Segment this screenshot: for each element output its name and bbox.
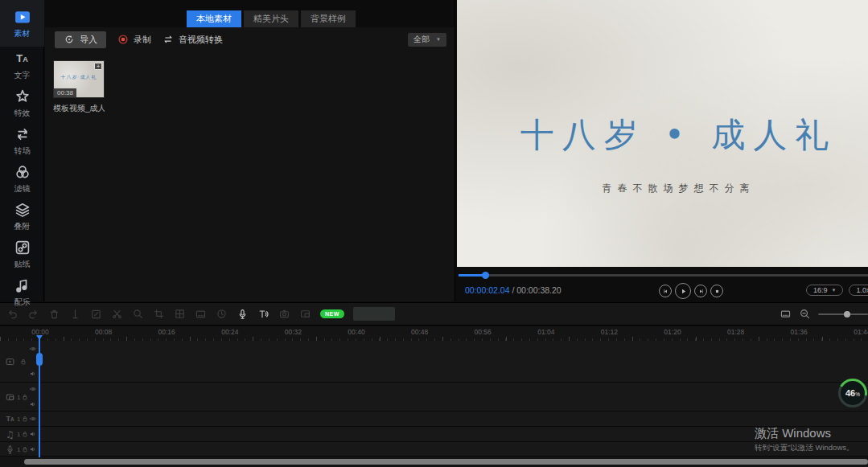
lock-icon[interactable] bbox=[21, 415, 29, 423]
timeline-zoom-slider[interactable] bbox=[818, 313, 868, 315]
overlay-layers-icon bbox=[14, 201, 31, 219]
track-index: 1 bbox=[17, 416, 20, 423]
voiceover-track[interactable]: 1 bbox=[0, 442, 868, 457]
pip-icon[interactable] bbox=[299, 308, 311, 320]
video-track[interactable] bbox=[0, 341, 868, 383]
record-button[interactable]: 录制 bbox=[117, 34, 151, 46]
stop-button[interactable] bbox=[710, 285, 723, 297]
sidebar-item-label: 滤镜 bbox=[14, 183, 31, 195]
visibility-toggle-icon[interactable] bbox=[29, 415, 37, 423]
lock-icon[interactable] bbox=[21, 430, 29, 438]
playhead[interactable] bbox=[39, 337, 40, 457]
filter-dropdown-value: 全部 bbox=[413, 34, 430, 45]
scissors-icon[interactable] bbox=[111, 308, 123, 320]
mute-toggle-icon[interactable] bbox=[29, 430, 37, 438]
progress-handle[interactable] bbox=[482, 272, 489, 279]
timeline-toolbar: NEW bbox=[0, 302, 868, 326]
preview-pane: 十八岁 • 成人礼 青春不散场梦想不分离 00:00:02.04 / 00:00… bbox=[455, 0, 868, 301]
timeline-ruler[interactable]: 00:0000:0800:1600:2400:3200:4000:4800:56… bbox=[0, 326, 868, 341]
text-track[interactable]: TA 1 bbox=[0, 412, 868, 427]
clip-thumbnail[interactable]: 十八岁·成人礼 + 00:38 bbox=[53, 60, 105, 98]
add-to-timeline-icon[interactable]: + bbox=[94, 63, 102, 70]
step-back-icon bbox=[662, 288, 669, 295]
zoom-tool-icon[interactable] bbox=[132, 308, 144, 320]
lock-icon[interactable] bbox=[21, 393, 29, 401]
ruler-time-label: 00:32 bbox=[285, 328, 302, 336]
crop-icon[interactable] bbox=[153, 308, 165, 320]
mosaic-icon[interactable] bbox=[174, 308, 186, 320]
update-progress-badge[interactable]: 46 % bbox=[838, 379, 867, 408]
visibility-toggle-icon[interactable] bbox=[29, 345, 37, 353]
record-button-label: 录制 bbox=[134, 34, 151, 46]
tab-intro-templates[interactable]: 精美片头 bbox=[244, 10, 298, 27]
voiceover-mic-icon[interactable] bbox=[237, 308, 249, 320]
disabled-toolbar-button bbox=[353, 307, 395, 321]
lock-icon[interactable] bbox=[21, 445, 29, 453]
filter-dropdown[interactable]: 全部 ▼ bbox=[408, 33, 446, 47]
media-clip-card[interactable]: 十八岁·成人礼 + 00:38 模板视频_成人礼... bbox=[53, 60, 105, 114]
text-track-header: TA 1 bbox=[0, 412, 38, 426]
sidebar-item-overlay[interactable]: 叠附 bbox=[0, 198, 44, 236]
sidebar-item-media[interactable]: 素材 bbox=[0, 0, 44, 47]
record-icon bbox=[117, 34, 129, 45]
progress-number: 46 bbox=[845, 388, 855, 398]
sticker-icon bbox=[14, 239, 31, 256]
snapshot-icon[interactable] bbox=[278, 308, 290, 320]
sidebar-item-label: 叠附 bbox=[14, 221, 31, 232]
playhead-grip[interactable] bbox=[36, 353, 43, 366]
mute-toggle-icon[interactable] bbox=[29, 400, 37, 408]
ruler-time-label: 00:16 bbox=[158, 328, 175, 336]
media-folder-icon bbox=[14, 8, 31, 26]
clip-name: 模板视频_成人礼... bbox=[53, 103, 105, 114]
music-track[interactable]: ♫ 1 bbox=[0, 427, 868, 442]
sidebar-item-transition[interactable]: 转场 bbox=[0, 122, 44, 160]
sidebar-item-sticker[interactable]: 贴纸 bbox=[0, 236, 44, 273]
sidebar-item-text[interactable]: TA 文字 bbox=[0, 47, 44, 84]
timeline-zoom-controls bbox=[780, 308, 868, 320]
lock-icon[interactable] bbox=[19, 358, 27, 366]
split-icon[interactable] bbox=[69, 308, 81, 320]
sidebar-item-music[interactable]: 配乐 bbox=[0, 273, 44, 311]
pip-track-header: 1 bbox=[0, 383, 38, 411]
fit-timeline-icon[interactable] bbox=[780, 308, 792, 320]
tab-local-media[interactable]: 本地素材 bbox=[187, 10, 241, 27]
clip-thumb-title: 十八岁·成人礼 bbox=[54, 74, 104, 81]
sidebar-item-effects[interactable]: 特效 bbox=[0, 84, 44, 122]
av-convert-button[interactable]: 音视频转换 bbox=[162, 34, 223, 46]
track-index: 1 bbox=[17, 445, 20, 453]
step-forward-button[interactable] bbox=[694, 285, 707, 297]
clip-duration-badge: 00:38 bbox=[54, 88, 76, 97]
tab-background-samples[interactable]: 背景样例 bbox=[301, 10, 356, 27]
mute-toggle-icon[interactable] bbox=[29, 445, 37, 453]
text-track-icon: TA bbox=[5, 414, 15, 424]
convert-button-label: 音视频转换 bbox=[179, 34, 223, 46]
music-track-icon: ♫ bbox=[5, 429, 15, 440]
play-button[interactable] bbox=[675, 283, 691, 299]
text-icon: TA bbox=[14, 50, 31, 68]
text-to-speech-icon[interactable] bbox=[257, 308, 269, 320]
pip-track[interactable]: 1 bbox=[0, 383, 868, 412]
delete-icon[interactable] bbox=[48, 308, 60, 320]
timeline-horizontal-scrollbar[interactable] bbox=[24, 459, 868, 465]
edit-icon[interactable] bbox=[90, 308, 102, 320]
total-time: 00:00:38.20 bbox=[516, 285, 561, 295]
speed-clock-icon[interactable] bbox=[216, 308, 228, 320]
aspect-ratio-dropdown[interactable]: 16:9 ▼ bbox=[806, 285, 843, 296]
video-frame: 十八岁 • 成人礼 青春不散场梦想不分离 bbox=[457, 0, 868, 267]
zoom-out-icon[interactable] bbox=[799, 308, 811, 320]
video-track-header bbox=[0, 341, 38, 382]
chevron-down-icon: ▼ bbox=[436, 37, 441, 42]
subtitle-icon[interactable] bbox=[195, 308, 207, 320]
convert-arrows-icon bbox=[162, 34, 174, 45]
update-progress-value: 46 % bbox=[841, 381, 865, 405]
sidebar-item-filter[interactable]: 滤镜 bbox=[0, 160, 44, 198]
preview-progress-bar[interactable] bbox=[459, 274, 868, 277]
pip-track-icon bbox=[5, 391, 15, 402]
visibility-toggle-icon[interactable] bbox=[29, 385, 37, 393]
step-back-button[interactable] bbox=[659, 285, 672, 297]
import-button[interactable]: 导入 bbox=[55, 31, 106, 48]
playback-speed-dropdown[interactable]: 1.0x ▼ bbox=[849, 285, 868, 296]
zoom-slider-knob[interactable] bbox=[844, 311, 850, 317]
mute-toggle-icon[interactable] bbox=[29, 370, 37, 378]
voiceover-track-header: 1 bbox=[0, 442, 38, 456]
